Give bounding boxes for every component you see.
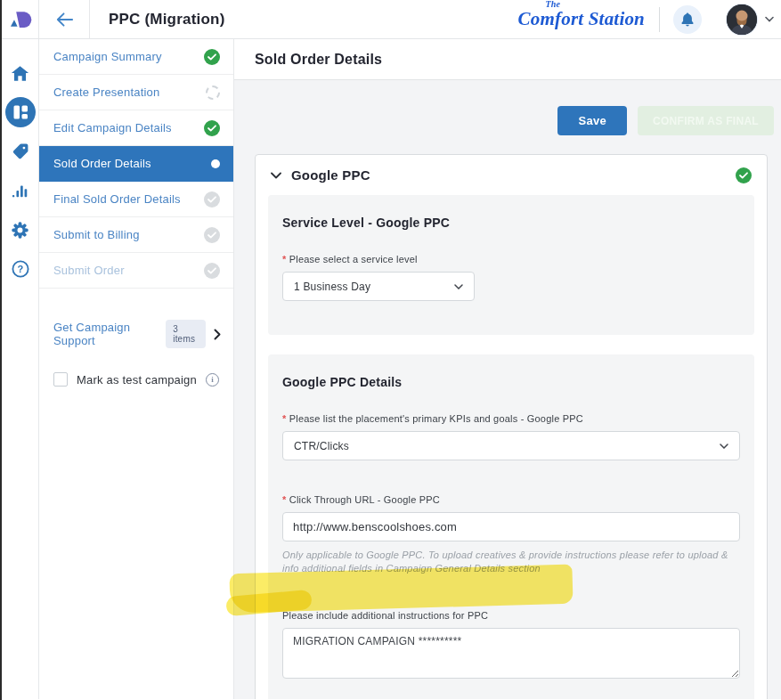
get-campaign-support-button[interactable]: Get Campaign Support 3 items [39, 320, 233, 348]
step-pending-icon [204, 263, 220, 279]
bell-icon [680, 12, 695, 27]
page-header-title: PPC (Migration) [90, 11, 518, 28]
step-pending-icon [204, 191, 220, 208]
help-icon: ? [12, 260, 29, 278]
rail-tags-button[interactable] [2, 132, 38, 171]
notifications-button[interactable] [673, 5, 702, 34]
kpi-label: Please list the placement's primary KPIs… [282, 413, 740, 424]
step-complete-icon [204, 49, 220, 65]
dashboard-icon [5, 97, 36, 127]
avatar-menu-button[interactable] [765, 16, 774, 22]
sidebar-item-label: Campaign Summary [53, 50, 162, 63]
app-logo[interactable] [2, 0, 39, 38]
topbar-divider [659, 7, 660, 32]
chart-icon [12, 183, 29, 199]
step-current-icon [211, 159, 220, 168]
tag-icon [12, 142, 29, 160]
step-empty-icon [206, 85, 220, 100]
click-through-url-label: Click Through URL - Google PPC [282, 494, 740, 505]
brand-logo: The Comfort Station [518, 8, 645, 30]
additional-instructions-label: Please include additional instructions f… [282, 610, 740, 621]
avatar-photo [727, 4, 757, 35]
google-ppc-card: Google PPC Service Level - Google PPC Pl… [255, 154, 768, 699]
service-level-title: Service Level - Google PPC [282, 216, 740, 230]
confirm-as-final-button[interactable]: CONFIRM AS FINAL [638, 106, 774, 135]
brand-the: The [546, 0, 561, 9]
service-level-section: Service Level - Google PPC Please select… [268, 195, 754, 335]
top-bar: PPC (Migration) The Comfort Station [2, 0, 781, 39]
main-content: Sold Order Details Save CONFIRM AS FINAL… [234, 39, 781, 699]
service-level-label: Please select a service level [282, 254, 740, 265]
content-body: Save CONFIRM AS FINAL Google PPC [234, 80, 781, 699]
rail-settings-button[interactable] [2, 210, 38, 249]
back-arrow-icon [55, 12, 74, 28]
step-complete-icon [204, 120, 220, 136]
sidebar-item-label: Submit Order [53, 264, 125, 277]
test-campaign-row: Mark as test campaign i [39, 372, 233, 387]
google-ppc-details-section: Google PPC Details Please list the place… [268, 354, 754, 699]
sidebar-item-campaign-summary[interactable]: Campaign Summary [39, 39, 233, 75]
mark-test-campaign-checkbox[interactable] [53, 372, 68, 387]
card-title: Google PPC [291, 167, 370, 183]
rail-reports-button[interactable] [2, 171, 38, 210]
back-button[interactable] [39, 0, 90, 38]
url-helper-note: Only applicable to Google PPC. To upload… [282, 549, 740, 576]
chevron-down-icon [765, 16, 774, 22]
app-logo-icon [8, 9, 32, 29]
sidebar-item-label: Sold Order Details [53, 157, 151, 170]
rail-help-button[interactable]: ? [2, 249, 38, 289]
chevron-down-icon [454, 284, 463, 289]
support-items-badge: 3 items [166, 320, 206, 348]
step-pending-icon [204, 227, 220, 243]
click-through-url-input[interactable] [282, 512, 740, 541]
kpi-value: CTR/Clicks [294, 440, 349, 452]
sidebar-item-sold-order-details[interactable]: Sold Order Details [39, 146, 233, 182]
service-level-value: 1 Business Day [294, 281, 370, 293]
sidebar-item-create-presentation[interactable]: Create Presentation [39, 75, 233, 110]
brand-name: Comfort Station [518, 8, 645, 29]
sidebar-item-label: Submit to Billing [53, 228, 140, 241]
test-campaign-label: Mark as test campaign [77, 373, 197, 387]
app-window: PPC (Migration) The Comfort Station [0, 0, 781, 700]
chevron-down-icon [720, 444, 728, 449]
service-level-select[interactable]: 1 Business Day [282, 272, 475, 301]
sidebar-item-label: Create Presentation [53, 85, 159, 99]
page-title: Sold Order Details [234, 39, 781, 80]
sidebar-item-label: Edit Campaign Details [53, 121, 172, 134]
sidebar-item-submit-order[interactable]: Submit Order [39, 253, 233, 289]
actions-bar: Save CONFIRM AS FINAL [255, 106, 774, 135]
google-ppc-card-header[interactable]: Google PPC [268, 155, 754, 195]
kpi-select[interactable]: CTR/Clicks [282, 431, 740, 460]
sidebar-item-label: Final Sold Order Details [53, 192, 181, 206]
sidebar-item-edit-campaign-details[interactable]: Edit Campaign Details [39, 110, 233, 146]
avatar[interactable] [727, 4, 757, 35]
section-complete-icon [736, 167, 752, 183]
rail-home-button[interactable] [2, 53, 38, 93]
sidebar-item-final-sold-order-details[interactable]: Final Sold Order Details [39, 182, 233, 217]
sidebar-item-submit-to-billing[interactable]: Submit to Billing [39, 217, 233, 253]
support-label: Get Campaign Support [53, 321, 158, 347]
chevron-right-icon [214, 329, 221, 340]
details-title: Google PPC Details [282, 375, 740, 389]
info-icon[interactable]: i [206, 373, 219, 387]
chevron-down-icon [271, 172, 281, 179]
home-icon [11, 65, 29, 82]
svg-text:?: ? [17, 264, 23, 274]
save-button[interactable]: Save [557, 106, 627, 135]
icon-rail: ? [2, 39, 39, 699]
step-navigation: Campaign Summary Create Presentation Edi… [39, 39, 234, 699]
rail-dashboard-button[interactable] [2, 93, 38, 132]
gear-icon [11, 221, 29, 240]
additional-instructions-textarea[interactable]: MIGRATION CAMPAIGN ********** [282, 628, 740, 679]
